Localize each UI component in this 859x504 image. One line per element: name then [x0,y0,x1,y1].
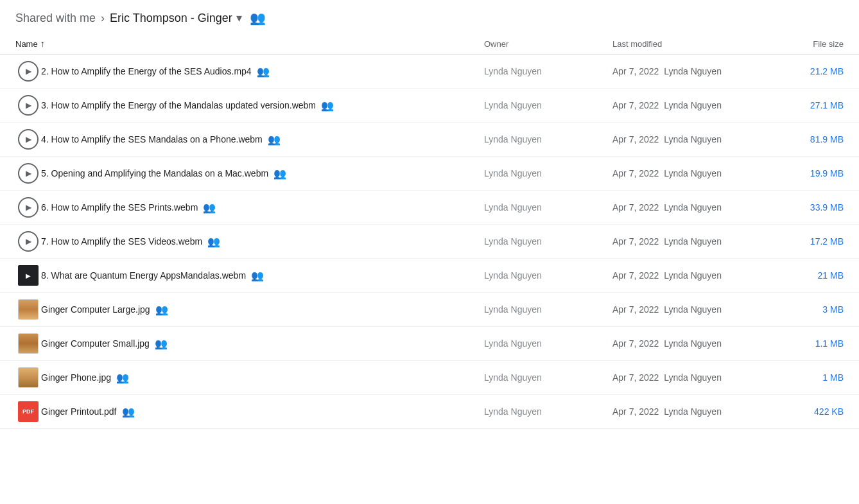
file-name: Ginger Phone.jpg [41,372,111,383]
file-owner: Lynda Nguyen [484,406,612,417]
file-list: ▶ 2. How to Amplify the Energy of the SE… [0,55,859,429]
table-row[interactable]: ▶ 5. Opening and Amplifying the Mandalas… [0,157,859,191]
file-modified: Apr 7, 2022 Lynda Nguyen [612,270,779,281]
table-row[interactable]: ▶ 6. How to Amplify the SES Prints.webm … [0,191,859,225]
file-size: 17.2 MB [779,236,844,247]
table-row[interactable]: ▶ 4. How to Amplify the SES Mandalas on … [0,123,859,157]
file-modified: Apr 7, 2022 Lynda Nguyen [612,372,779,383]
file-size: 1.1 MB [779,338,844,349]
file-icon: ▶ [15,61,41,82]
current-folder-name: Eric Thompson - Ginger [110,12,232,25]
column-name-header[interactable]: Name ↑ [15,39,484,49]
file-name-column: 5. Opening and Amplifying the Mandalas o… [41,168,484,180]
file-name-column: 3. How to Amplify the Energy of the Mand… [41,100,484,112]
file-size: 3 MB [779,304,844,315]
file-icon: ▶ [15,265,41,286]
file-name: 4. How to Amplify the SES Mandalas on a … [41,134,263,144]
shared-users-icon: 👥 [251,270,264,282]
file-name: 7. How to Amplify the SES Videos.webm [41,236,202,247]
file-name: Ginger Printout.pdf [41,406,117,417]
file-icon: ▶ [15,129,41,150]
file-owner: Lynda Nguyen [484,270,612,281]
image-thumbnail [18,333,39,354]
breadcrumb-separator: › [101,12,105,25]
file-modified: Apr 7, 2022 Lynda Nguyen [612,168,779,178]
play-icon: ▶ [18,163,39,184]
breadcrumb-shared-link[interactable]: Shared with me [15,12,96,25]
file-name: 8. What are Quantum Energy AppsMandalas.… [41,270,246,281]
file-owner: Lynda Nguyen [484,304,612,315]
shared-users-icon: 👥 [203,202,216,214]
file-icon: PDF [15,401,41,422]
file-owner: Lynda Nguyen [484,168,612,178]
file-name-column: 8. What are Quantum Energy AppsMandalas.… [41,270,484,282]
file-name: Ginger Computer Small.jpg [41,338,150,349]
people-icon[interactable]: 👥 [250,10,266,26]
file-name: 3. How to Amplify the Energy of the Mand… [41,100,316,110]
shared-users-icon: 👥 [273,168,286,180]
file-icon: ▶ [15,231,41,252]
file-icon: ▶ [15,163,41,184]
file-name-column: 2. How to Amplify the Energy of the SES … [41,65,484,78]
file-size: 422 KB [779,406,844,417]
file-size: 81.9 MB [779,134,844,144]
shared-users-icon: 👥 [321,100,334,112]
play-icon: ▶ [18,61,39,82]
file-name-column: 6. How to Amplify the SES Prints.webm 👥 [41,202,484,214]
play-icon: ▶ [18,129,39,150]
shared-users-icon: 👥 [155,304,168,316]
file-icon [15,367,41,388]
table-row[interactable]: PDF Ginger Printout.pdf 👥 Lynda Nguyen A… [0,395,859,429]
file-modified: Apr 7, 2022 Lynda Nguyen [612,338,779,349]
file-name-column: 7. How to Amplify the SES Videos.webm 👥 [41,236,484,248]
file-name-column: Ginger Computer Large.jpg 👥 [41,304,484,316]
play-icon: ▶ [18,197,39,218]
shared-users-icon: 👥 [122,406,135,418]
table-row[interactable]: Ginger Phone.jpg 👥 Lynda Nguyen Apr 7, 2… [0,361,859,395]
file-size: 1 MB [779,372,844,383]
file-modified: Apr 7, 2022 Lynda Nguyen [612,100,779,110]
file-modified: Apr 7, 2022 Lynda Nguyen [612,202,779,213]
breadcrumb-current-folder: Eric Thompson - Ginger ▾ [110,11,242,25]
folder-dropdown-arrow[interactable]: ▾ [236,11,242,25]
shared-users-icon: 👥 [257,65,270,78]
play-icon: ▶ [18,95,39,116]
file-name: Ginger Computer Large.jpg [41,304,150,315]
table-row[interactable]: ▶ 8. What are Quantum Energy AppsMandala… [0,259,859,293]
shared-users-icon: 👥 [268,134,281,146]
file-owner: Lynda Nguyen [484,66,612,76]
file-name-column: Ginger Printout.pdf 👥 [41,406,484,418]
file-icon [15,333,41,354]
table-row[interactable]: ▶ 3. How to Amplify the Energy of the Ma… [0,89,859,123]
table-row[interactable]: ▶ 7. How to Amplify the SES Videos.webm … [0,225,859,259]
file-size: 21 MB [779,270,844,281]
file-owner: Lynda Nguyen [484,134,612,144]
column-size-header[interactable]: File size [779,39,844,49]
file-modified: Apr 7, 2022 Lynda Nguyen [612,134,779,144]
table-row[interactable]: Ginger Computer Large.jpg 👥 Lynda Nguyen… [0,293,859,327]
file-modified: Apr 7, 2022 Lynda Nguyen [612,406,779,417]
pdf-icon: PDF [18,401,39,422]
file-name-column: Ginger Computer Small.jpg 👥 [41,338,484,350]
file-owner: Lynda Nguyen [484,338,612,349]
file-icon: ▶ [15,197,41,218]
file-owner: Lynda Nguyen [484,100,612,110]
column-modified-header[interactable]: Last modified [612,39,779,49]
image-thumbnail [18,367,39,388]
column-owner-header[interactable]: Owner [484,39,612,49]
shared-users-icon: 👥 [207,236,220,248]
table-row[interactable]: Ginger Computer Small.jpg 👥 Lynda Nguyen… [0,327,859,361]
file-icon [15,299,41,320]
video-thumbnail: ▶ [18,265,39,286]
image-thumbnail [18,299,39,320]
file-name-column: 4. How to Amplify the SES Mandalas on a … [41,134,484,146]
sort-ascending-icon: ↑ [40,39,45,49]
file-size: 21.2 MB [779,66,844,76]
file-modified: Apr 7, 2022 Lynda Nguyen [612,236,779,247]
file-size: 33.9 MB [779,202,844,213]
file-icon: ▶ [15,95,41,116]
shared-users-icon: 👥 [116,372,129,384]
table-row[interactable]: ▶ 2. How to Amplify the Energy of the SE… [0,55,859,89]
shared-users-icon: 👥 [155,338,168,350]
file-size: 19.9 MB [779,168,844,178]
